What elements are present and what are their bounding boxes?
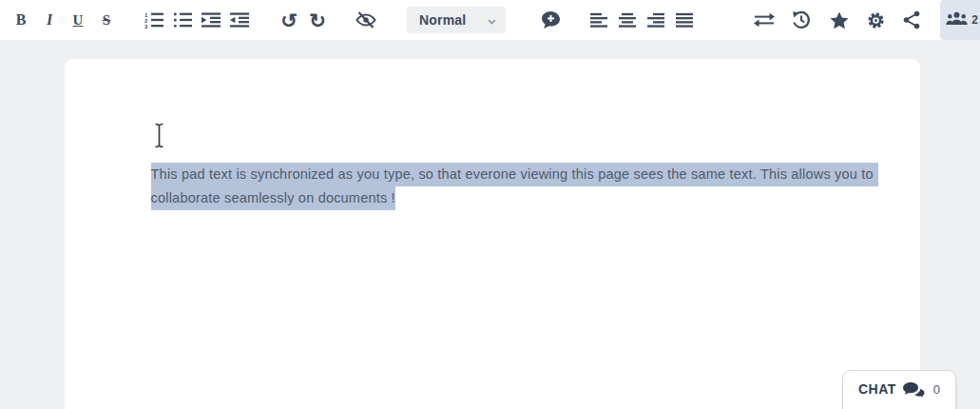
align-right-button[interactable] [642,6,670,34]
align-justify-button[interactable] [670,6,699,34]
ordered-list-icon: 1 2 3 [144,11,163,29]
hide-authorship-button[interactable] [352,6,380,34]
svg-text:3: 3 [144,24,148,29]
selected-text: This pad text is synchronized as you typ… [151,163,878,186]
users-count: 2 [971,13,978,27]
bold-icon: B [16,11,27,29]
align-left-icon [590,12,607,28]
editor-line: This pad text is synchronized as you typ… [117,146,882,169]
add-comment-button[interactable] [536,6,565,34]
chat-widget[interactable]: CHAT 0 [842,370,956,409]
import-export-button[interactable] [750,6,778,34]
indent-button[interactable] [197,6,225,34]
outdent-button[interactable] [225,6,254,34]
settings-button[interactable] [861,6,890,34]
strikethrough-icon: S [103,12,110,29]
underline-button[interactable]: U [64,6,92,34]
redo-icon: ↻ [309,10,326,30]
align-right-icon [647,12,664,28]
ordered-list-button[interactable]: 1 2 3 [140,6,168,34]
chat-count: 0 [933,381,940,397]
unordered-list-icon [173,11,192,29]
users-button[interactable]: 2 [940,0,980,40]
undo-icon: ↺ [280,10,298,30]
align-center-button[interactable] [613,6,642,34]
outdent-icon [230,11,249,29]
history-button[interactable] [787,6,816,34]
users-icon [946,11,968,29]
star-icon [830,11,849,29]
italic-icon: I [47,11,52,29]
strikethrough-button[interactable]: S [92,6,121,34]
redo-button[interactable]: ↻ [303,6,332,34]
toolbar: B I U S 1 2 3 [0,0,980,40]
history-icon [792,10,811,29]
indent-icon [202,11,221,29]
chat-bubbles-icon [903,381,927,402]
align-center-icon [619,12,636,28]
unordered-list-button[interactable] [168,6,197,34]
favorite-button[interactable] [825,6,854,34]
chevron-down-icon [488,13,496,28]
undo-button[interactable]: ↺ [275,6,303,34]
underline-icon: U [73,12,84,29]
align-left-button[interactable] [585,6,613,34]
import-export-icon [754,12,775,28]
gear-icon [867,11,885,29]
style-select-value: Normal [419,12,466,28]
share-icon [903,10,920,29]
bold-button[interactable]: B [7,6,35,34]
share-button[interactable] [897,6,926,34]
style-select[interactable]: Normal [407,7,506,33]
pad-app: B I U S 1 2 3 [0,0,980,409]
document-pad: This pad text is synchronized as you typ… [65,59,920,409]
align-justify-icon [676,12,693,28]
editor-surface[interactable]: This pad text is synchronized as you typ… [117,146,882,193]
hide-authorship-icon [355,10,376,29]
comment-add-icon [541,10,561,29]
italic-button[interactable]: I [35,6,64,34]
selected-text: collaborate seamlessly on documents ! [151,186,395,210]
chat-label: CHAT [858,381,896,397]
